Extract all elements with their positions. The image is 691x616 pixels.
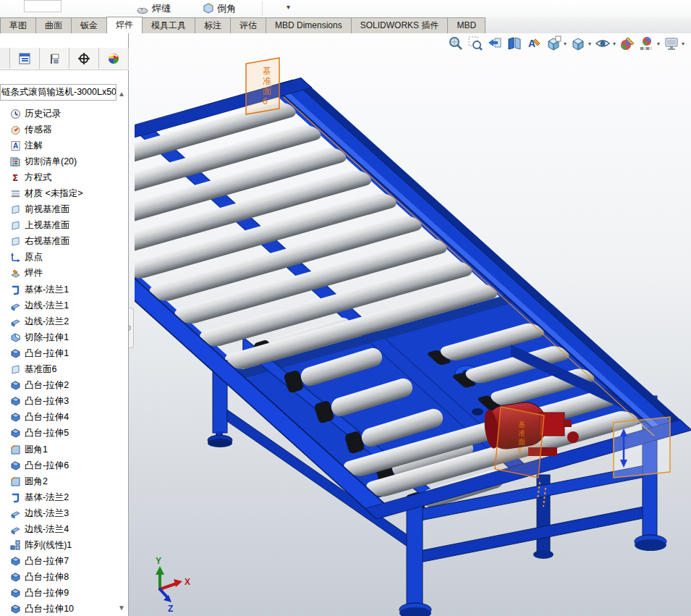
tab-7[interactable]: 评估 — [230, 17, 266, 33]
tree-item-label: 圆角1 — [25, 444, 48, 456]
edge-flange-icon — [10, 524, 21, 535]
cut-extrude-icon — [10, 332, 21, 343]
tree-item[interactable]: 边线-法兰1 — [0, 298, 127, 313]
tree-item[interactable]: 凸台-拉伸10 — [0, 602, 127, 616]
tree-item[interactable]: 凸台-拉伸3 — [0, 394, 127, 410]
apply-scene-icon-caret[interactable]: ▾ — [657, 41, 660, 47]
tree-item[interactable]: 原点 — [0, 250, 127, 266]
weld-bead-label: 焊缝 — [152, 2, 171, 15]
chamfer-button[interactable]: 倒角 — [197, 1, 240, 17]
weld-bead-icon — [136, 1, 149, 17]
display-style-icon[interactable] — [569, 35, 587, 52]
tree-item-label: 切割清单(20) — [25, 156, 77, 168]
section-view-icon[interactable] — [506, 35, 523, 52]
tree-item[interactable]: 历史记录 — [0, 106, 127, 122]
tab-1[interactable]: 草图 — [0, 17, 36, 33]
tree-item-label: 凸台-拉伸6 — [25, 460, 69, 472]
manager-tab-overflow[interactable] — [0, 48, 10, 69]
tab-9[interactable]: SOLIDWORKS 插件 — [351, 17, 449, 33]
tab-4[interactable]: 焊件 — [106, 17, 143, 33]
tree-item-label: 基体-法兰2 — [25, 491, 69, 504]
tree-item[interactable]: 凸台-拉伸8 — [0, 570, 127, 586]
linear-pattern-icon — [10, 540, 21, 551]
zoom-to-area-icon[interactable] — [467, 35, 484, 52]
manager-tab-bar — [0, 48, 129, 70]
history-icon — [10, 109, 21, 119]
tab-5[interactable]: 模具工具 — [142, 17, 195, 33]
hide-show-items-icon-caret[interactable]: ▾ — [613, 41, 616, 47]
feature-tree: 历史记录传感器A注解切割清单(20)Σ方程式材质 <未指定>前视基准面上视基准面… — [0, 106, 127, 616]
tree-item[interactable]: 边线-法兰2 — [0, 313, 127, 329]
tree-item[interactable]: 基体-法兰2 — [0, 489, 127, 505]
tree-item[interactable]: 切割清单(20) — [0, 153, 127, 169]
tree-item[interactable]: 圆角1 — [0, 442, 127, 457]
chamfer-label: 倒角 — [217, 2, 236, 15]
tree-item[interactable]: 凸台-拉伸6 — [0, 457, 127, 473]
tree-item[interactable]: 上视基准面 — [0, 218, 127, 234]
view-settings-icon[interactable] — [663, 35, 680, 52]
tree-item[interactable]: 右视基准面 — [0, 234, 127, 250]
svg-text:A: A — [528, 38, 535, 49]
tree-item[interactable]: 传感器 — [0, 122, 127, 138]
hide-show-items-icon[interactable] — [594, 35, 611, 52]
graphics-area[interactable]: A▾▾▾▾▾ — [129, 33, 691, 616]
tab-6[interactable]: 标注 — [195, 17, 231, 33]
tree-scroll-up-arrow[interactable]: ▲ — [116, 88, 127, 98]
tree-item[interactable]: 凸台-拉伸7 — [0, 554, 127, 570]
tree-item[interactable]: 焊件 — [0, 266, 127, 282]
tree-item[interactable]: A注解 — [0, 138, 127, 153]
tree-scroll-down-arrow[interactable]: ▼ — [116, 602, 127, 612]
origin-triad: Y X Z — [156, 556, 190, 614]
annotation-visibility-icon[interactable]: A — [525, 35, 543, 52]
tree-item-label: 边线-法兰4 — [25, 523, 69, 536]
apply-scene-icon[interactable] — [638, 35, 656, 52]
display-style-icon-caret[interactable]: ▾ — [588, 41, 591, 47]
toolbar-flyout-blank — [24, 0, 62, 12]
tree-item[interactable]: 边线-法兰4 — [0, 521, 127, 537]
tree-item[interactable]: Σ方程式 — [0, 169, 127, 185]
tab-10[interactable]: MBD — [447, 17, 486, 33]
panel-splitter-handle[interactable] — [129, 308, 134, 348]
tab-2[interactable]: 曲面 — [35, 17, 72, 33]
display-manager-tab[interactable] — [99, 48, 129, 69]
deck-hole — [472, 408, 483, 415]
boss-extrude-icon — [10, 588, 21, 599]
tree-item[interactable]: 基准面6 — [0, 362, 127, 378]
triad-z-label: Z — [168, 604, 173, 614]
tree-item-label: 阵列(线性)1 — [25, 539, 72, 552]
tree-root-row[interactable]: 链条式滚筒输送机-3000Lx500H — [0, 84, 116, 101]
feature-manager-tab[interactable] — [10, 48, 40, 69]
tree-item[interactable]: 圆角2 — [0, 473, 127, 489]
tree-item-label: 前视基准面 — [25, 203, 70, 216]
tree-item[interactable]: 凸台-拉伸5 — [0, 426, 127, 442]
tree-item[interactable]: 凸台-拉伸1 — [0, 345, 127, 361]
3d-model-conveyor[interactable]: 基准面6 基准面6 Y X Z — [135, 33, 691, 616]
dimxpert-manager-tab[interactable] — [69, 48, 99, 69]
edge-flange-icon — [10, 300, 21, 311]
tree-item[interactable]: 阵列(线性)1 — [0, 538, 127, 554]
previous-view-icon[interactable] — [486, 35, 504, 52]
weld-bead-button[interactable]: 焊缝 — [132, 1, 175, 17]
annotations-icon: A — [10, 140, 21, 151]
view-orientation-icon-caret[interactable]: ▾ — [564, 41, 567, 47]
tree-item[interactable]: 材质 <未指定> — [0, 185, 127, 201]
tree-item-label: 基准面6 — [25, 363, 56, 376]
view-settings-icon-caret[interactable]: ▾ — [682, 41, 684, 47]
edit-appearance-icon[interactable] — [619, 35, 636, 52]
toolbar-overflow-caret[interactable]: ▾ — [287, 3, 290, 11]
tree-item[interactable]: 基体-法兰1 — [0, 282, 127, 298]
tree-item[interactable]: 凸台-拉伸4 — [0, 410, 127, 426]
tree-item[interactable]: 前视基准面 — [0, 202, 127, 218]
view-orientation-icon[interactable] — [545, 35, 562, 52]
tree-item-label: 切除-拉伸1 — [25, 332, 69, 344]
tree-item[interactable]: 凸台-拉伸9 — [0, 586, 127, 602]
weldment-icon — [10, 268, 21, 279]
triad-y-label: Y — [156, 556, 161, 566]
tab-8[interactable]: MBD Dimensions — [266, 17, 352, 33]
tree-item[interactable]: 边线-法兰3 — [0, 505, 127, 521]
tree-item[interactable]: 凸台-拉伸2 — [0, 378, 127, 394]
zoom-to-fit-icon[interactable] — [447, 35, 465, 52]
configuration-manager-tab[interactable] — [40, 48, 69, 69]
tree-item[interactable]: 切除-拉伸1 — [0, 329, 127, 345]
tab-3[interactable]: 钣金 — [71, 17, 107, 33]
